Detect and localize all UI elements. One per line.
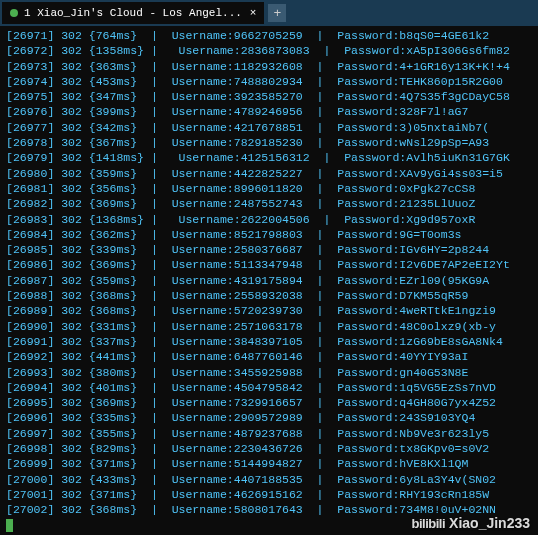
log-row: [26985] 302 {339ms} | Username:258037668… bbox=[6, 242, 532, 257]
log-row: [26998] 302 {829ms} | Username:223043672… bbox=[6, 441, 532, 456]
log-row: [26991] 302 {337ms} | Username:384839710… bbox=[6, 334, 532, 349]
log-row: [26982] 302 {369ms} | Username:248755274… bbox=[6, 196, 532, 211]
tab-title: 1 Xiao_Jin's Cloud - Los Angel... bbox=[24, 7, 242, 19]
watermark-user: Xiao_Jin233 bbox=[449, 515, 530, 531]
log-row: [26984] 302 {362ms} | Username:852179880… bbox=[6, 227, 532, 242]
terminal-output: [26971] 302 {764ms} | Username:966270525… bbox=[0, 26, 538, 535]
tab-active[interactable]: 1 Xiao_Jin's Cloud - Los Angel... × bbox=[2, 2, 264, 24]
tab-bar: 1 Xiao_Jin's Cloud - Los Angel... × + bbox=[0, 0, 538, 26]
log-row: [26973] 302 {363ms} | Username:118293260… bbox=[6, 59, 532, 74]
log-row: [26981] 302 {356ms} | Username:899601182… bbox=[6, 181, 532, 196]
log-row: [26993] 302 {380ms} | Username:345592598… bbox=[6, 365, 532, 380]
log-row: [26971] 302 {764ms} | Username:966270525… bbox=[6, 28, 532, 43]
log-row: [26980] 302 {359ms} | Username:442282522… bbox=[6, 166, 532, 181]
log-row: [27001] 302 {371ms} | Username:462691516… bbox=[6, 487, 532, 502]
log-row: [26977] 302 {342ms} | Username:421767885… bbox=[6, 120, 532, 135]
cursor-icon bbox=[6, 519, 13, 532]
log-row: [26994] 302 {401ms} | Username:450479584… bbox=[6, 380, 532, 395]
log-row: [26983] 302 {1368ms} | Username:26220045… bbox=[6, 212, 532, 227]
log-row: [26996] 302 {335ms} | Username:290957298… bbox=[6, 410, 532, 425]
log-row: [26992] 302 {441ms} | Username:648776014… bbox=[6, 349, 532, 364]
log-row: [26995] 302 {369ms} | Username:732991665… bbox=[6, 395, 532, 410]
log-row: [26999] 302 {371ms} | Username:514499482… bbox=[6, 456, 532, 471]
log-row: [26988] 302 {368ms} | Username:255893203… bbox=[6, 288, 532, 303]
log-row: [26978] 302 {367ms} | Username:782918523… bbox=[6, 135, 532, 150]
log-row: [26989] 302 {368ms} | Username:572023973… bbox=[6, 303, 532, 318]
log-row: [26986] 302 {369ms} | Username:511334794… bbox=[6, 257, 532, 272]
log-row: [26990] 302 {331ms} | Username:257106317… bbox=[6, 319, 532, 334]
log-row: [26979] 302 {1418ms} | Username:41251563… bbox=[6, 150, 532, 165]
bilibili-logo: bilibili bbox=[412, 516, 446, 531]
log-row: [26975] 302 {347ms} | Username:392358527… bbox=[6, 89, 532, 104]
connection-status-icon bbox=[10, 9, 18, 17]
log-row: [26972] 302 {1358ms} | Username:28368730… bbox=[6, 43, 532, 58]
log-row: [26987] 302 {359ms} | Username:431917589… bbox=[6, 273, 532, 288]
add-tab-button[interactable]: + bbox=[268, 4, 286, 22]
log-row: [26997] 302 {355ms} | Username:487923768… bbox=[6, 426, 532, 441]
log-row: [26976] 302 {399ms} | Username:478924695… bbox=[6, 104, 532, 119]
log-row: [27000] 302 {433ms} | Username:440718853… bbox=[6, 472, 532, 487]
close-icon[interactable]: × bbox=[250, 7, 257, 19]
log-row: [26974] 302 {453ms} | Username:748880293… bbox=[6, 74, 532, 89]
watermark: bilibili Xiao_Jin233 bbox=[412, 515, 531, 531]
